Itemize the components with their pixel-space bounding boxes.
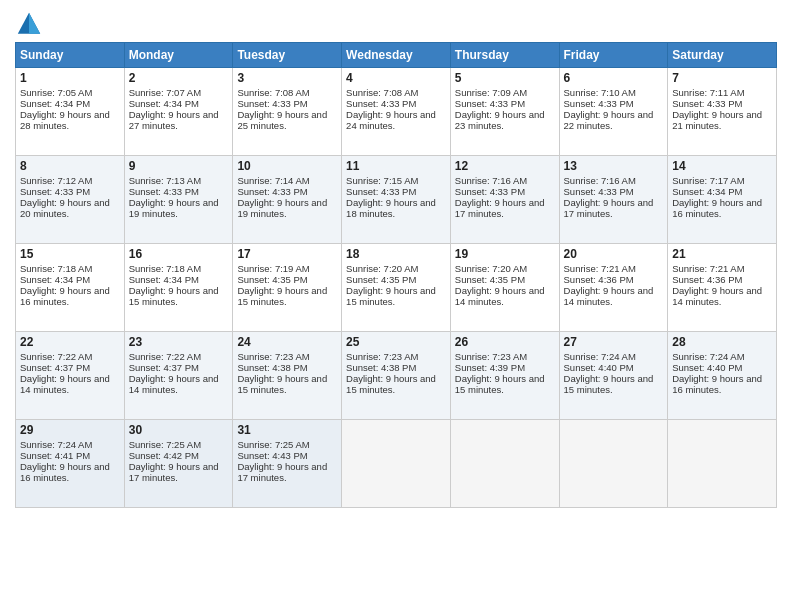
sunrise: Sunrise: 7:20 AM — [455, 263, 527, 274]
day-header-tuesday: Tuesday — [233, 43, 342, 68]
sunset: Sunset: 4:33 PM — [672, 98, 742, 109]
day-number: 7 — [672, 71, 772, 85]
day-header-monday: Monday — [124, 43, 233, 68]
calendar-cell: 12Sunrise: 7:16 AMSunset: 4:33 PMDayligh… — [450, 156, 559, 244]
sunset: Sunset: 4:35 PM — [346, 274, 416, 285]
day-number: 20 — [564, 247, 664, 261]
sunset: Sunset: 4:35 PM — [455, 274, 525, 285]
sunrise: Sunrise: 7:24 AM — [20, 439, 92, 450]
sunrise: Sunrise: 7:12 AM — [20, 175, 92, 186]
daylight: Daylight: 9 hours and 28 minutes. — [20, 109, 110, 131]
calendar-cell: 26Sunrise: 7:23 AMSunset: 4:39 PMDayligh… — [450, 332, 559, 420]
day-number: 27 — [564, 335, 664, 349]
day-number: 19 — [455, 247, 555, 261]
sunrise: Sunrise: 7:23 AM — [455, 351, 527, 362]
sunrise: Sunrise: 7:14 AM — [237, 175, 309, 186]
sunset: Sunset: 4:38 PM — [237, 362, 307, 373]
sunset: Sunset: 4:43 PM — [237, 450, 307, 461]
day-number: 8 — [20, 159, 120, 173]
calendar-week-4: 22Sunrise: 7:22 AMSunset: 4:37 PMDayligh… — [16, 332, 777, 420]
calendar-cell: 3Sunrise: 7:08 AMSunset: 4:33 PMDaylight… — [233, 68, 342, 156]
calendar-cell: 7Sunrise: 7:11 AMSunset: 4:33 PMDaylight… — [668, 68, 777, 156]
daylight: Daylight: 9 hours and 14 minutes. — [564, 285, 654, 307]
sunrise: Sunrise: 7:13 AM — [129, 175, 201, 186]
day-number: 28 — [672, 335, 772, 349]
sunset: Sunset: 4:33 PM — [564, 98, 634, 109]
calendar-cell — [450, 420, 559, 508]
page: SundayMondayTuesdayWednesdayThursdayFrid… — [0, 0, 792, 612]
sunrise: Sunrise: 7:23 AM — [237, 351, 309, 362]
sunrise: Sunrise: 7:08 AM — [346, 87, 418, 98]
svg-marker-1 — [29, 13, 40, 34]
daylight: Daylight: 9 hours and 23 minutes. — [455, 109, 545, 131]
calendar-week-5: 29Sunrise: 7:24 AMSunset: 4:41 PMDayligh… — [16, 420, 777, 508]
calendar-cell: 19Sunrise: 7:20 AMSunset: 4:35 PMDayligh… — [450, 244, 559, 332]
sunrise: Sunrise: 7:16 AM — [564, 175, 636, 186]
daylight: Daylight: 9 hours and 16 minutes. — [20, 285, 110, 307]
calendar-cell: 30Sunrise: 7:25 AMSunset: 4:42 PMDayligh… — [124, 420, 233, 508]
sunrise: Sunrise: 7:10 AM — [564, 87, 636, 98]
daylight: Daylight: 9 hours and 15 minutes. — [346, 373, 436, 395]
day-number: 25 — [346, 335, 446, 349]
sunset: Sunset: 4:34 PM — [20, 274, 90, 285]
sunrise: Sunrise: 7:24 AM — [672, 351, 744, 362]
daylight: Daylight: 9 hours and 17 minutes. — [564, 197, 654, 219]
sunset: Sunset: 4:37 PM — [129, 362, 199, 373]
sunset: Sunset: 4:33 PM — [455, 186, 525, 197]
sunset: Sunset: 4:33 PM — [346, 186, 416, 197]
sunrise: Sunrise: 7:24 AM — [564, 351, 636, 362]
sunset: Sunset: 4:34 PM — [20, 98, 90, 109]
calendar-cell: 4Sunrise: 7:08 AMSunset: 4:33 PMDaylight… — [342, 68, 451, 156]
daylight: Daylight: 9 hours and 15 minutes. — [564, 373, 654, 395]
daylight: Daylight: 9 hours and 14 minutes. — [455, 285, 545, 307]
sunset: Sunset: 4:33 PM — [237, 186, 307, 197]
daylight: Daylight: 9 hours and 24 minutes. — [346, 109, 436, 131]
sunrise: Sunrise: 7:23 AM — [346, 351, 418, 362]
calendar-cell: 8Sunrise: 7:12 AMSunset: 4:33 PMDaylight… — [16, 156, 125, 244]
sunset: Sunset: 4:36 PM — [672, 274, 742, 285]
calendar-cell: 17Sunrise: 7:19 AMSunset: 4:35 PMDayligh… — [233, 244, 342, 332]
daylight: Daylight: 9 hours and 14 minutes. — [20, 373, 110, 395]
calendar-week-3: 15Sunrise: 7:18 AMSunset: 4:34 PMDayligh… — [16, 244, 777, 332]
day-number: 2 — [129, 71, 229, 85]
daylight: Daylight: 9 hours and 15 minutes. — [346, 285, 436, 307]
sunset: Sunset: 4:33 PM — [455, 98, 525, 109]
calendar-cell: 10Sunrise: 7:14 AMSunset: 4:33 PMDayligh… — [233, 156, 342, 244]
sunset: Sunset: 4:37 PM — [20, 362, 90, 373]
day-number: 15 — [20, 247, 120, 261]
sunrise: Sunrise: 7:21 AM — [564, 263, 636, 274]
calendar-cell — [559, 420, 668, 508]
daylight: Daylight: 9 hours and 16 minutes. — [672, 197, 762, 219]
calendar-cell: 25Sunrise: 7:23 AMSunset: 4:38 PMDayligh… — [342, 332, 451, 420]
sunrise: Sunrise: 7:17 AM — [672, 175, 744, 186]
sunrise: Sunrise: 7:16 AM — [455, 175, 527, 186]
sunrise: Sunrise: 7:25 AM — [237, 439, 309, 450]
day-number: 24 — [237, 335, 337, 349]
daylight: Daylight: 9 hours and 17 minutes. — [129, 461, 219, 483]
calendar-cell: 23Sunrise: 7:22 AMSunset: 4:37 PMDayligh… — [124, 332, 233, 420]
sunrise: Sunrise: 7:21 AM — [672, 263, 744, 274]
day-number: 16 — [129, 247, 229, 261]
daylight: Daylight: 9 hours and 15 minutes. — [237, 285, 327, 307]
day-number: 31 — [237, 423, 337, 437]
sunset: Sunset: 4:42 PM — [129, 450, 199, 461]
daylight: Daylight: 9 hours and 19 minutes. — [237, 197, 327, 219]
daylight: Daylight: 9 hours and 17 minutes. — [237, 461, 327, 483]
day-number: 12 — [455, 159, 555, 173]
sunrise: Sunrise: 7:18 AM — [129, 263, 201, 274]
daylight: Daylight: 9 hours and 14 minutes. — [129, 373, 219, 395]
sunset: Sunset: 4:41 PM — [20, 450, 90, 461]
calendar-cell: 24Sunrise: 7:23 AMSunset: 4:38 PMDayligh… — [233, 332, 342, 420]
sunset: Sunset: 4:35 PM — [237, 274, 307, 285]
day-number: 18 — [346, 247, 446, 261]
sunrise: Sunrise: 7:09 AM — [455, 87, 527, 98]
calendar-cell: 20Sunrise: 7:21 AMSunset: 4:36 PMDayligh… — [559, 244, 668, 332]
day-header-thursday: Thursday — [450, 43, 559, 68]
sunset: Sunset: 4:33 PM — [564, 186, 634, 197]
day-number: 3 — [237, 71, 337, 85]
day-header-friday: Friday — [559, 43, 668, 68]
daylight: Daylight: 9 hours and 15 minutes. — [455, 373, 545, 395]
calendar-cell: 15Sunrise: 7:18 AMSunset: 4:34 PMDayligh… — [16, 244, 125, 332]
daylight: Daylight: 9 hours and 15 minutes. — [237, 373, 327, 395]
calendar-cell: 28Sunrise: 7:24 AMSunset: 4:40 PMDayligh… — [668, 332, 777, 420]
